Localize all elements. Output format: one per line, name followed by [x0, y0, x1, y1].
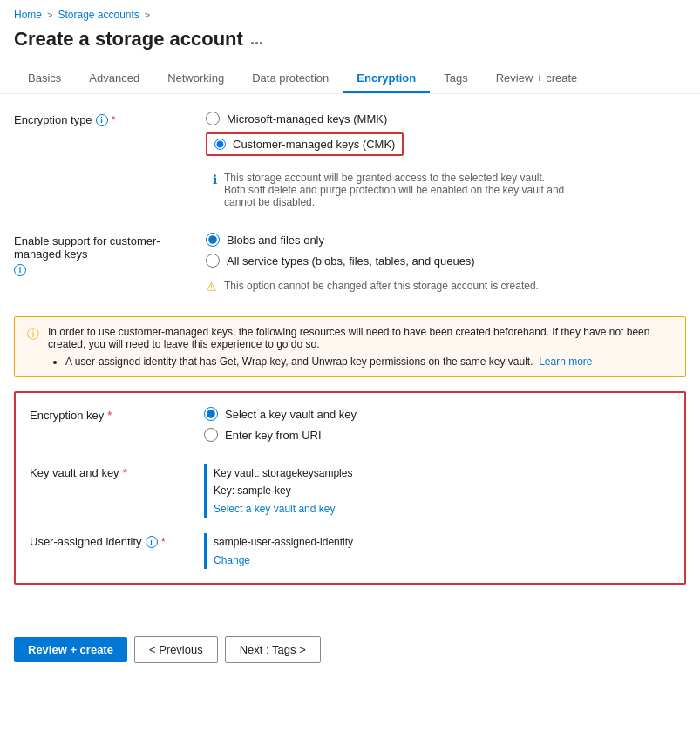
- cmk-info-box: ℹ This storage account will be granted a…: [206, 165, 572, 215]
- enable-support-info-icon[interactable]: i: [14, 264, 26, 276]
- key-vault-value: Key vault: storagekeysamples Key: sample…: [204, 464, 670, 518]
- enc-key-row: Encryption key * Select a key vault and …: [30, 407, 670, 449]
- mmk-label: Microsoft-managed keys (MMK): [227, 112, 387, 125]
- key-vault-name: Key vault: storagekeysamples: [214, 467, 352, 479]
- cmk-info-banner: ⓘ In order to use customer-managed keys,…: [14, 316, 686, 377]
- mmk-radio[interactable]: [206, 112, 220, 125]
- encryption-key-box: Encryption key * Select a key vault and …: [14, 391, 686, 585]
- tab-encryption[interactable]: Encryption: [343, 64, 430, 93]
- enter-uri-radio[interactable]: [204, 428, 218, 442]
- banner-bullet: A user-assigned identity that has Get, W…: [65, 356, 673, 368]
- warning-icon: ⚠: [206, 280, 217, 294]
- previous-button[interactable]: < Previous: [134, 636, 218, 663]
- all-services-radio-option[interactable]: All service types (blobs, files, tables,…: [206, 254, 686, 268]
- enable-support-control: Blobs and files only All service types (…: [206, 233, 686, 299]
- cmk-info-text: This storage account will be granted acc…: [224, 172, 565, 208]
- cmk-label: Customer-managed keys (CMK): [233, 138, 395, 151]
- select-key-vault-link[interactable]: Select a key vault and key: [214, 500, 670, 518]
- select-vault-label: Select a key vault and key: [225, 408, 357, 421]
- blobs-radio[interactable]: [206, 233, 220, 247]
- all-services-radio[interactable]: [206, 254, 220, 268]
- enter-uri-label: Enter key from URI: [225, 429, 322, 442]
- blobs-label: Blobs and files only: [227, 234, 324, 247]
- learn-more-link[interactable]: Learn more: [539, 356, 592, 368]
- banner-text: In order to use customer-managed keys, t…: [48, 326, 649, 350]
- service-type-warning: ⚠ This option cannot be changed after th…: [206, 274, 572, 299]
- breadcrumb-sep1: >: [47, 10, 52, 20]
- breadcrumb-sep2: >: [145, 10, 150, 20]
- page-title-container: Create a storage account ...: [0, 24, 700, 64]
- tab-basics[interactable]: Basics: [14, 64, 75, 93]
- enter-uri-radio-option[interactable]: Enter key from URI: [204, 428, 670, 442]
- cmk-radio-box[interactable]: Customer-managed keys (CMK): [206, 132, 404, 156]
- encryption-type-label: Encryption type i *: [14, 112, 206, 126]
- key-vault-row: Key vault and key * Key vault: storageke…: [30, 464, 670, 518]
- enable-support-section: Enable support for customer-managed keys…: [14, 233, 686, 299]
- enc-key-value: Select a key vault and key Enter key fro…: [204, 407, 670, 449]
- key-vault-info: Key vault: storagekeysamples Key: sample…: [204, 464, 670, 518]
- user-identity-row: User-assigned identity i * sample-user-a…: [30, 533, 670, 569]
- encryption-type-control: Microsoft-managed keys (MMK) Customer-ma…: [206, 112, 686, 215]
- user-identity-info-icon[interactable]: i: [146, 536, 158, 548]
- page-title: Create a storage account: [14, 28, 243, 51]
- tab-advanced[interactable]: Advanced: [75, 64, 153, 93]
- tab-tags[interactable]: Tags: [430, 64, 481, 93]
- user-identity-label: User-assigned identity i *: [30, 533, 204, 548]
- cmk-radio[interactable]: [214, 139, 226, 150]
- banner-content: In order to use customer-managed keys, t…: [48, 326, 673, 368]
- select-vault-radio-option[interactable]: Select a key vault and key: [204, 407, 670, 421]
- tab-review-create[interactable]: Review + create: [482, 64, 592, 93]
- blobs-radio-option[interactable]: Blobs and files only: [206, 233, 686, 247]
- encryption-type-section: Encryption type i * Microsoft-managed ke…: [14, 112, 686, 215]
- review-create-button[interactable]: Review + create: [14, 637, 127, 662]
- tab-networking[interactable]: Networking: [153, 64, 238, 93]
- breadcrumb-home[interactable]: Home: [14, 9, 42, 21]
- banner-info-icon: ⓘ: [27, 327, 39, 368]
- select-vault-radio[interactable]: [204, 407, 218, 421]
- user-identity-value: sample-user-assigned-identity Change: [204, 533, 670, 569]
- key-vault-label: Key vault and key *: [30, 464, 204, 479]
- next-button[interactable]: Next : Tags >: [225, 636, 321, 663]
- all-services-label: All service types (blobs, files, tables,…: [227, 254, 475, 268]
- key-name: Key: sample-key: [214, 484, 291, 497]
- ellipsis-menu-icon[interactable]: ...: [250, 30, 263, 49]
- user-identity-info: sample-user-assigned-identity Change: [204, 533, 670, 569]
- encryption-type-info-icon[interactable]: i: [96, 114, 108, 126]
- user-identity-name: sample-user-assigned-identity: [214, 536, 353, 548]
- enc-key-label: Encryption key *: [30, 407, 204, 422]
- mmk-radio-option[interactable]: Microsoft-managed keys (MMK): [206, 112, 686, 125]
- footer-divider: [0, 613, 700, 613]
- change-identity-link[interactable]: Change: [214, 552, 670, 569]
- tab-data-protection[interactable]: Data protection: [238, 64, 343, 93]
- main-content: Encryption type i * Microsoft-managed ke…: [0, 94, 700, 602]
- breadcrumb-storage[interactable]: Storage accounts: [58, 9, 139, 21]
- enable-support-label: Enable support for customer-managed keys…: [14, 233, 206, 276]
- breadcrumb: Home > Storage accounts >: [0, 0, 700, 24]
- tabs-bar: Basics Advanced Networking Data protecti…: [0, 64, 700, 94]
- cmk-info-icon: ℹ: [213, 173, 217, 208]
- footer: Review + create < Previous Next : Tags >: [0, 624, 700, 675]
- warning-text: This option cannot be changed after this…: [224, 280, 539, 294]
